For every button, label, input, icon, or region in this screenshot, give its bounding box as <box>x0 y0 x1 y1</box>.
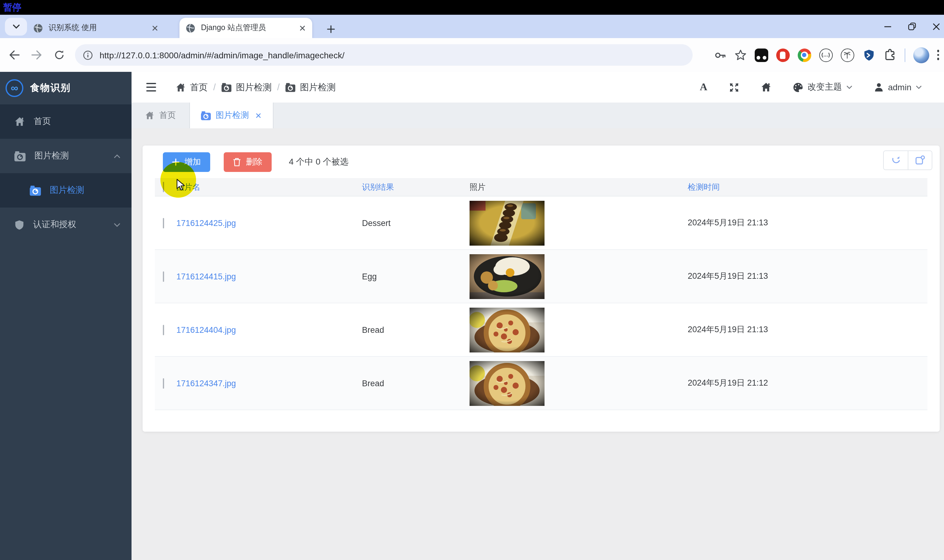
table-row: 1716124404.jpg Bread <box>155 303 927 357</box>
photo-thumbnail-dessert[interactable] <box>469 200 544 245</box>
selection-summary: 4 个中 0 个被选 <box>289 157 349 168</box>
breadcrumb-image-detect[interactable]: 图片检测 <box>221 82 271 93</box>
time-cell: 2024年5月19日 21:13 <box>685 217 927 228</box>
mouse-cursor <box>176 179 186 192</box>
breadcrumb-label: 图片检测 <box>236 82 271 93</box>
home-button[interactable] <box>761 82 771 92</box>
column-header-result[interactable]: 识别结果 <box>359 182 467 192</box>
page: ∞ 食物识别 首页 图片检测 <box>0 72 944 560</box>
brand-header: ∞ 食物识别 <box>0 72 131 105</box>
close-icon[interactable] <box>932 22 940 31</box>
chevron-up-icon <box>114 154 120 158</box>
back-button[interactable] <box>4 38 25 72</box>
plus-icon <box>327 25 335 33</box>
braces-extension-icon[interactable]: {…} <box>819 48 833 62</box>
adblock-extension-icon[interactable] <box>776 48 790 62</box>
camera-icon <box>221 83 232 92</box>
workspace-tabbar: 首页 图片检测 ✕ <box>131 103 944 128</box>
theme-switcher[interactable]: 改变主题 <box>793 82 852 93</box>
back-arrow-icon <box>9 50 19 60</box>
tab-close-icon[interactable]: ✕ <box>299 24 306 32</box>
filename-link[interactable]: 1716124347.jpg <box>174 378 359 388</box>
home-icon <box>761 82 771 92</box>
filename-link[interactable]: 1716124415.jpg <box>174 272 359 281</box>
reload-button[interactable] <box>49 38 69 72</box>
result-cell: Dessert <box>359 218 467 228</box>
profile-avatar[interactable] <box>913 47 929 63</box>
palm-tree-extension-icon[interactable] <box>841 48 854 62</box>
breadcrumb-image-detect-model[interactable]: 图片检测 <box>285 82 336 93</box>
close-tab-icon[interactable]: ✕ <box>255 111 262 120</box>
url-bar[interactable]: http://127.0.0.1:8000/admin/#/admin/imag… <box>75 44 693 66</box>
sidebar-item-home[interactable]: 首页 <box>0 105 131 139</box>
collapse-menu-icon[interactable] <box>146 83 156 92</box>
result-cell: Egg <box>359 272 467 281</box>
column-header-filename[interactable]: 图片名 <box>174 182 359 192</box>
layout-settings-button[interactable] <box>908 151 932 169</box>
column-header-time[interactable]: 检测时间 <box>685 182 927 192</box>
table-row: 1716124347.jpg Bread <box>155 357 927 410</box>
recorder-pause-label[interactable]: 暂停 <box>3 2 22 14</box>
browser-tab-strip: 识别系统 使用 ✕ Django 站点管理员 ✕ <box>0 15 944 38</box>
sidebar-item-image-detect-group[interactable]: 图片检测 <box>0 139 131 173</box>
time-cell: 2024年5月19日 21:12 <box>685 378 927 389</box>
extensions-puzzle-icon[interactable] <box>884 49 896 62</box>
chrome-colors-extension-icon[interactable] <box>797 48 811 62</box>
workspace-tab-home[interactable]: 首页 <box>131 103 190 128</box>
row-checkbox[interactable] <box>163 325 164 335</box>
tab-close-icon[interactable]: ✕ <box>151 24 159 32</box>
minimize-icon[interactable] <box>884 22 892 31</box>
time-cell: 2024年5月19日 21:13 <box>685 324 927 335</box>
camera-icon <box>29 185 41 195</box>
admin-header: 首页 / 图片检测 / 图片检测 <box>131 72 944 103</box>
user-menu[interactable]: admin <box>874 82 922 92</box>
password-key-icon[interactable] <box>714 49 726 61</box>
photo-thumbnail-egg[interactable] <box>469 254 544 299</box>
screen: 暂停 识别系统 使用 ✕ Django 站点管理员 ✕ <box>0 0 944 560</box>
browser-menu-icon[interactable] <box>937 50 939 60</box>
sidebar-item-label: 图片检测 <box>50 185 84 196</box>
breadcrumb: 首页 / 图片检测 / 图片检测 <box>176 82 336 93</box>
photo-thumbnail-pizza[interactable] <box>469 361 544 406</box>
bookmark-star-icon[interactable] <box>734 49 747 61</box>
browser-tab-recognition[interactable]: 识别系统 使用 ✕ <box>27 18 165 38</box>
row-checkbox[interactable] <box>163 218 164 228</box>
browser-tab-django-admin[interactable]: Django 站点管理员 ✕ <box>179 18 312 38</box>
filename-link[interactable]: 1716124404.jpg <box>174 325 359 334</box>
workspace-tab-label: 首页 <box>159 110 176 121</box>
reload-icon <box>54 50 64 60</box>
infinity-logo-icon: ∞ <box>6 79 23 97</box>
workspace-tab-image-detect[interactable]: 图片检测 ✕ <box>190 103 273 128</box>
breadcrumb-separator: / <box>277 82 280 92</box>
chevron-down-icon <box>114 223 120 227</box>
filename-link[interactable]: 1716124425.jpg <box>174 218 359 228</box>
shield-extension-icon[interactable] <box>862 48 876 62</box>
palette-icon <box>793 82 803 92</box>
forward-arrow-icon <box>31 50 42 60</box>
extension-dark-icon[interactable] <box>754 48 768 62</box>
restore-icon[interactable] <box>908 22 916 31</box>
photo-thumbnail-pizza[interactable] <box>469 307 544 352</box>
row-checkbox[interactable] <box>163 271 164 282</box>
workspace-tab-label: 图片检测 <box>216 110 249 121</box>
recorder-overlay-bar: 暂停 <box>0 0 944 15</box>
home-icon <box>14 117 25 126</box>
brand-title: 食物识别 <box>30 82 71 95</box>
tab-search-button[interactable] <box>5 18 27 35</box>
palm-tree-icon <box>843 51 851 59</box>
sidebar-subitem-image-detect[interactable]: 图片检测 <box>0 173 131 208</box>
fullscreen-button[interactable] <box>729 82 739 92</box>
delete-button[interactable]: 删除 <box>224 152 271 172</box>
camera-icon <box>14 151 26 161</box>
url-text[interactable]: http://127.0.0.1:8000/admin/#/admin/imag… <box>100 50 344 60</box>
breadcrumb-label: 图片检测 <box>300 82 336 93</box>
sidebar-item-auth[interactable]: 认证和授权 <box>0 208 131 242</box>
font-size-button[interactable]: A <box>700 81 707 93</box>
breadcrumb-home[interactable]: 首页 <box>176 82 208 93</box>
new-tab-button[interactable] <box>322 20 339 37</box>
forward-button[interactable] <box>26 38 47 72</box>
refresh-button[interactable] <box>884 151 908 169</box>
theme-label: 改变主题 <box>808 82 842 93</box>
row-checkbox[interactable] <box>163 378 164 388</box>
page-info-icon[interactable] <box>83 50 93 60</box>
